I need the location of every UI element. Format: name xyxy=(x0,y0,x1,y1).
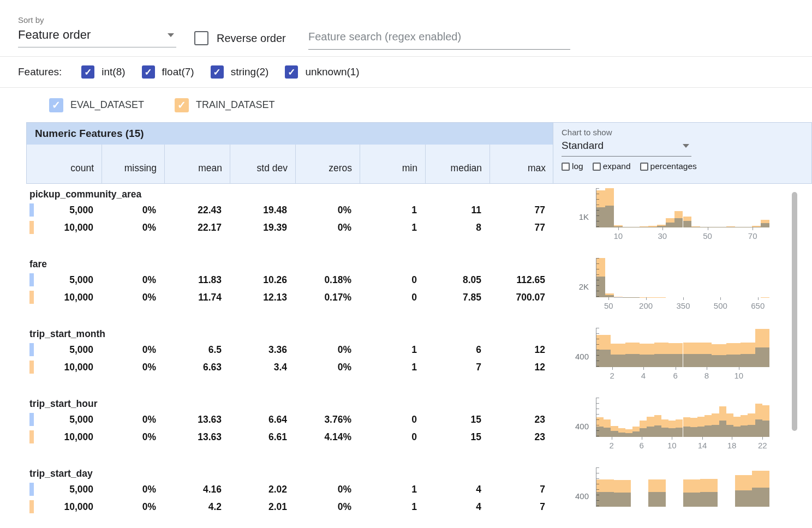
histogram-bar-eval xyxy=(596,492,614,507)
feature-type-filter[interactable]: ✓int(8) xyxy=(81,65,125,79)
expand-checkbox[interactable] xyxy=(593,163,601,171)
dataset-swatch xyxy=(29,343,34,356)
feature-type-filter[interactable]: ✓string(2) xyxy=(211,65,269,79)
histogram-plot xyxy=(596,258,769,297)
stat-value: 0% xyxy=(101,411,164,428)
dataset-toggle-eval[interactable]: ✓EVAL_DATASET xyxy=(49,98,144,112)
dataset-legend: ✓EVAL_DATASET✓TRAIN_DATASET xyxy=(0,88,812,122)
stat-value: 4.14% xyxy=(295,428,359,446)
column-header: max xyxy=(489,145,553,183)
x-axis xyxy=(596,507,770,520)
x-axis-tick-label: 50 xyxy=(604,301,613,310)
percentages-checkbox[interactable] xyxy=(640,163,648,171)
check-icon: ✓ xyxy=(84,68,92,77)
sort-by-dropdown[interactable]: Feature order xyxy=(18,28,176,47)
stat-value: 6.61 xyxy=(229,428,295,446)
chart-toggle-expand[interactable]: expand xyxy=(593,161,631,171)
stat-value: 22.17 xyxy=(164,219,229,236)
stat-value: 77 xyxy=(489,201,553,219)
x-axis: 246810 xyxy=(596,367,770,380)
y-axis-label: 400 xyxy=(553,422,589,431)
feature-stats: trip_start_hour5,0000%13.636.643.76%0152… xyxy=(26,393,553,463)
feature-type-checkbox[interactable]: ✓ xyxy=(142,65,155,79)
stat-value: 5,000 xyxy=(26,481,101,498)
stat-value: 0 xyxy=(359,411,425,428)
dataset-checkbox-train[interactable]: ✓ xyxy=(175,98,189,112)
feature-type-checkbox[interactable]: ✓ xyxy=(81,65,94,79)
histogram-bar-eval xyxy=(741,425,748,437)
dataset-toggle-train[interactable]: ✓TRAIN_DATASET xyxy=(175,98,274,112)
feature-histogram: 400246810 xyxy=(553,323,812,393)
x-axis-tick xyxy=(646,297,647,300)
x-axis-tick xyxy=(762,437,763,440)
stat-value: 0% xyxy=(101,428,164,446)
dataset-label: TRAIN_DATASET xyxy=(196,99,274,111)
stat-value: 0% xyxy=(295,341,359,358)
table-header: Numeric Features (15) countmissingmeanst… xyxy=(26,122,812,184)
stat-value: 700.07 xyxy=(489,289,553,306)
stat-value: 23 xyxy=(489,411,553,428)
x-axis-tick xyxy=(753,227,753,230)
histogram-bar-eval xyxy=(596,427,604,437)
stat-value: 6 xyxy=(425,341,489,358)
x-axis-tick-label: 30 xyxy=(658,231,667,241)
feature-type-label: float(7) xyxy=(162,66,194,78)
histogram-bar-eval xyxy=(625,433,632,437)
feature-name: trip_start_month xyxy=(26,327,553,341)
histogram-bar-eval xyxy=(625,354,640,367)
vertical-scrollbar-thumb[interactable] xyxy=(792,192,797,431)
x-axis-tick xyxy=(642,437,642,440)
dataset-checkbox-eval[interactable]: ✓ xyxy=(49,98,63,112)
feature-name: trip_start_hour xyxy=(26,397,553,411)
histogram-bar-eval xyxy=(697,354,712,367)
log-checkbox[interactable] xyxy=(562,163,570,171)
histogram-bar-eval xyxy=(748,425,755,437)
x-axis-tick xyxy=(643,367,644,370)
stat-value: 0 xyxy=(359,289,425,306)
stat-value: 10,000 xyxy=(26,428,101,446)
sort-by-value: Feature order xyxy=(18,28,91,42)
stat-value: 19.39 xyxy=(229,219,295,236)
histogram-plot xyxy=(596,398,769,437)
feature-type-filter[interactable]: ✓float(7) xyxy=(142,65,194,79)
x-axis-tick-label: 2 xyxy=(610,371,614,380)
histogram-bar-eval xyxy=(604,428,611,437)
x-axis-tick xyxy=(702,437,703,440)
sort-by-control: Sort by Feature order xyxy=(18,15,176,47)
chart-toggle-options: logexpandpercentages xyxy=(562,161,811,171)
chevron-down-icon xyxy=(683,144,689,148)
stat-value: 0% xyxy=(101,481,164,498)
histogram-bar-eval xyxy=(640,355,654,367)
reverse-order-checkbox[interactable] xyxy=(194,31,208,45)
y-axis-label: 1K xyxy=(553,212,589,221)
stat-value: 0% xyxy=(101,219,164,236)
x-axis-tick xyxy=(672,437,672,440)
x-axis-tick xyxy=(662,227,663,230)
stat-value: 0% xyxy=(101,289,164,306)
feature-search-input[interactable]: Feature search (regex enabled) xyxy=(308,31,570,50)
feature-type-checkbox[interactable]: ✓ xyxy=(285,65,298,79)
table-header-left: Numeric Features (15) countmissingmeanst… xyxy=(26,122,553,184)
feature-type-filter[interactable]: ✓unknown(1) xyxy=(285,65,359,79)
histogram-bar-eval xyxy=(741,354,755,367)
chart-toggle-log[interactable]: log xyxy=(562,161,583,171)
stats-row: 5,0000%13.636.643.76%01523 xyxy=(26,411,553,428)
x-axis-tick xyxy=(739,367,739,370)
feature-row: trip_start_month5,0000%6.53.360%161210,0… xyxy=(26,323,812,393)
x-axis-tick-label: 22 xyxy=(758,441,767,450)
stat-value: 0.17% xyxy=(295,289,359,306)
stat-value: 6.64 xyxy=(229,411,295,428)
column-header: median xyxy=(425,145,489,183)
sort-by-label: Sort by xyxy=(18,15,176,25)
chart-type-dropdown[interactable]: Standard xyxy=(562,140,691,157)
chevron-down-icon xyxy=(168,33,174,37)
column-header: zeros xyxy=(295,145,360,183)
feature-type-checkbox[interactable]: ✓ xyxy=(211,65,224,79)
x-axis-tick xyxy=(676,367,676,370)
y-axis-label: 400 xyxy=(553,352,589,361)
histogram-bar-eval xyxy=(735,490,753,507)
chart-type-value: Standard xyxy=(562,140,604,152)
reverse-order-control[interactable]: Reverse order xyxy=(194,31,286,45)
histogram-bar-eval xyxy=(690,427,697,437)
chart-toggle-percentages[interactable]: percentages xyxy=(640,161,697,171)
